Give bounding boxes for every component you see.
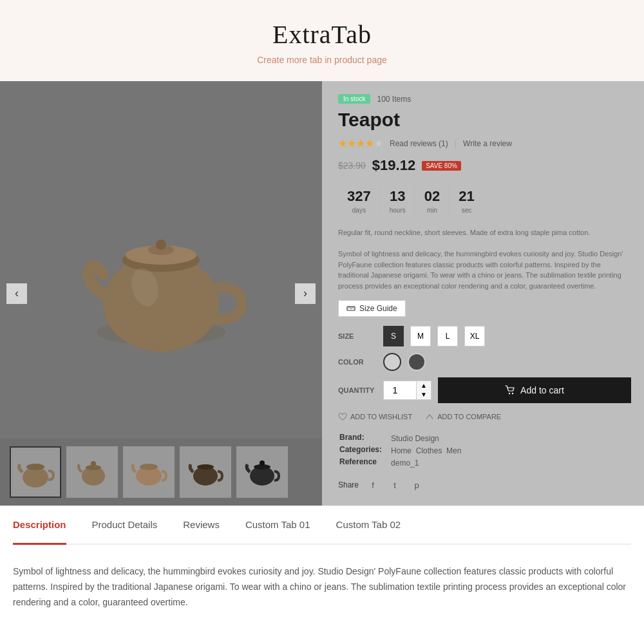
thumbnail-1[interactable]: [10, 446, 61, 498]
category-home[interactable]: Home: [391, 446, 412, 455]
svg-point-8: [26, 464, 44, 470]
product-meta-table: Brand: Studio Design Categories: Home Cl…: [338, 431, 462, 469]
tabs-section: Description Product Details Reviews Cust…: [0, 506, 644, 623]
stock-row: In stock 100 Items: [338, 94, 631, 104]
brand-value: Studio Design: [391, 433, 461, 444]
tab-description[interactable]: Description: [13, 506, 66, 545]
quantity-input-wrap: ▲ ▼: [383, 381, 431, 400]
categories-value: Home Clothes Men: [391, 445, 461, 456]
main-product-image: [58, 191, 264, 397]
product-name: Teapot: [338, 109, 631, 131]
cart-icon: [505, 385, 515, 395]
category-men[interactable]: Men: [446, 446, 461, 455]
size-m-button[interactable]: M: [410, 326, 431, 346]
color-swatch-dark[interactable]: [408, 353, 426, 371]
site-subtitle: Create more tab in product page: [13, 55, 631, 65]
color-label: COLOR: [338, 358, 377, 366]
read-reviews-link[interactable]: Read reviews (1): [390, 139, 448, 148]
prev-image-button[interactable]: ‹: [6, 283, 27, 304]
color-option-row: COLOR: [338, 353, 631, 371]
description-content: Symbol of lightness and delicacy, the hu…: [13, 564, 631, 610]
twitter-icon[interactable]: t: [387, 477, 402, 493]
star-rating: ★★★★★: [338, 137, 383, 149]
quantity-arrows: ▲ ▼: [416, 381, 431, 399]
stock-count: 100 Items: [377, 95, 411, 104]
pinterest-icon[interactable]: p: [409, 477, 424, 493]
thumbnail-5[interactable]: [236, 446, 288, 498]
svg-point-13: [140, 464, 158, 470]
teapot-image: [71, 204, 251, 384]
tab-product-details[interactable]: Product Details: [92, 506, 158, 545]
site-header: ExtraTab Create more tab in product page: [0, 0, 644, 81]
thumbnail-4[interactable]: [180, 446, 231, 498]
price-row: $23.90 $19.12 SAVE 80%: [338, 157, 631, 174]
site-title: ExtraTab: [13, 19, 631, 50]
size-l-button[interactable]: L: [437, 326, 458, 346]
add-to-compare-button[interactable]: ADD TO COMPARE: [425, 412, 501, 421]
size-option-row: SIZE S M L XL: [338, 326, 631, 346]
svg-point-23: [509, 393, 510, 394]
svg-point-15: [197, 464, 214, 469]
sale-badge: SAVE 80%: [422, 161, 461, 171]
thumbnail-2[interactable]: [66, 446, 118, 498]
category-clothes[interactable]: Clothes: [416, 446, 442, 455]
share-row: Share f t p: [338, 477, 631, 493]
product-description-short: Regular fit, round neckline, short sleev…: [338, 227, 631, 291]
write-review-link[interactable]: Write a review: [463, 139, 512, 148]
facebook-icon[interactable]: f: [365, 477, 381, 493]
countdown-minutes: 02 min: [415, 184, 450, 218]
color-swatch-light[interactable]: [383, 353, 401, 371]
svg-point-24: [512, 393, 513, 394]
product-info-panel: In stock 100 Items Teapot ★★★★★ Read rev…: [322, 81, 644, 506]
next-image-button[interactable]: ›: [295, 283, 316, 304]
size-s-button[interactable]: S: [383, 326, 404, 346]
in-stock-badge: In stock: [338, 94, 370, 104]
wishlist-compare-row: ADD TO WISHLIST ADD TO COMPARE: [338, 412, 631, 421]
tab-custom-02[interactable]: Custom Tab 02: [336, 506, 401, 545]
tab-content-description: Symbol of lightness and delicacy, the hu…: [13, 545, 631, 623]
old-price: $23.90: [338, 160, 366, 171]
countdown-timer: 327 days 13 hours 02 min 21 sec: [338, 184, 631, 218]
size-xl-button[interactable]: XL: [464, 326, 485, 346]
ruler-icon: [346, 304, 355, 313]
compare-icon: [425, 412, 434, 421]
product-image-area: ‹ ›: [0, 81, 322, 506]
countdown-seconds: 21 sec: [450, 184, 483, 218]
categories-label: Categories:: [339, 445, 390, 456]
new-price: $19.12: [372, 157, 415, 174]
tab-reviews[interactable]: Reviews: [183, 506, 220, 545]
quantity-add-row: QUANTITY ▲ ▼ Add to cart: [338, 377, 631, 403]
countdown-days: 327 days: [338, 184, 381, 218]
reference-value: demo_1: [391, 457, 461, 468]
countdown-hours: 13 hours: [381, 184, 415, 218]
svg-point-18: [260, 460, 265, 466]
rating-row: ★★★★★ Read reviews (1) | Write a review: [338, 137, 631, 149]
add-to-cart-button[interactable]: Add to cart: [438, 377, 631, 403]
brand-label: Brand:: [339, 433, 390, 444]
quantity-input[interactable]: [384, 381, 416, 399]
svg-point-5: [156, 240, 166, 250]
quantity-down-button[interactable]: ▼: [417, 390, 431, 399]
add-to-wishlist-button[interactable]: ADD TO WISHLIST: [338, 412, 412, 421]
thumbnail-list: [0, 439, 322, 506]
quantity-up-button[interactable]: ▲: [417, 381, 431, 390]
tabs-nav: Description Product Details Reviews Cust…: [13, 506, 631, 545]
heart-icon: [338, 412, 347, 421]
share-label: Share: [338, 480, 359, 489]
reference-label: Reference: [339, 457, 390, 468]
product-section: ‹ ›: [0, 81, 644, 506]
thumbnail-3[interactable]: [123, 446, 175, 498]
size-label: SIZE: [338, 332, 377, 340]
tab-custom-01[interactable]: Custom Tab 01: [245, 506, 310, 545]
svg-point-11: [91, 461, 96, 466]
quantity-label: QUANTITY: [338, 386, 377, 394]
size-guide-button[interactable]: Size Guide: [338, 300, 406, 317]
